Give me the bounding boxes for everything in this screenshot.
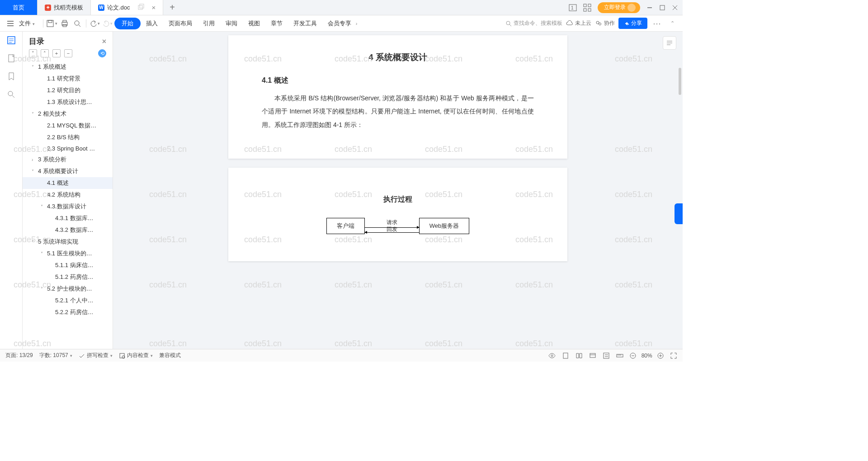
outline-node[interactable]: 1.2 研究目的 [23,85,113,96]
remove-heading-icon[interactable]: − [64,49,72,57]
preview-icon[interactable] [71,18,83,29]
tab-templates[interactable]: ✦ 找稻壳模板 [38,0,91,15]
collab-button[interactable]: 协作 [595,19,615,27]
ruler-icon[interactable] [616,352,623,359]
avatar-icon [627,4,636,12]
svg-rect-18 [63,20,66,22]
compat-mode[interactable]: 兼容模式 [159,352,181,359]
expand-all-icon[interactable]: ˄ [41,49,49,57]
arrow-right-icon [365,227,419,228]
layout-icon[interactable]: 1 [569,4,577,12]
sync-icon[interactable]: ⟲ [98,49,106,57]
outline-node[interactable]: 2.3 Spring Boot … [23,143,113,154]
outline-node[interactable]: ˅4 系统概要设计 [23,165,113,177]
save-icon[interactable]: ▾ [46,18,58,29]
outline-node[interactable]: ˅4.3.数据库设计 [23,201,113,212]
outline-node[interactable]: ›3 系统分析 [23,154,113,165]
search-rail-icon[interactable] [6,89,16,99]
add-heading-icon[interactable]: + [52,49,61,57]
spellcheck-button[interactable]: 拼写检查 ▾ [79,352,113,359]
menu-引用[interactable]: 引用 [198,18,220,29]
outline-node[interactable]: 5.2.2 药房信… [23,306,113,318]
outline-tools: ˅ ˄ + − ⟲ [23,49,113,61]
svg-rect-4 [584,4,586,7]
undo-icon[interactable]: ▾ [89,18,101,29]
sidepanel-toggle[interactable] [663,36,676,50]
outline-node[interactable]: ˅5 系统详细实现 [23,236,113,248]
file-menu[interactable]: 文件 ▾ [17,18,40,29]
svg-rect-0 [138,5,142,9]
bookmark-rail-icon[interactable] [6,71,16,81]
outline-rail-icon[interactable] [6,35,16,45]
menu-插入[interactable]: 插入 [141,18,163,29]
outline-node[interactable]: ˅2 相关技术 [23,108,113,120]
cloud-status[interactable]: 未上云 [566,19,591,27]
menu-页面布局[interactable]: 页面布局 [163,18,198,29]
view-outline-icon[interactable] [603,352,610,359]
view-read-icon[interactable] [576,352,583,359]
redo-icon[interactable]: ▾ [102,18,113,29]
document-canvas[interactable]: 4 系统概要设计 4.1 概述 本系统采用 B/S 结构(Browser/Ser… [113,32,683,349]
document-tabs: 首页 ✦ 找稻壳模板 W 论文.doc × + 1 立即登录 [0,0,683,15]
outline-node[interactable]: 1.1 研究背景 [23,73,113,85]
content-check-button[interactable]: 内容检查 ▾ [119,352,153,359]
page-rail-icon[interactable] [6,53,16,63]
fullscreen-icon[interactable] [670,352,677,359]
svg-rect-5 [588,4,591,7]
window-close-icon[interactable] [672,5,678,11]
duplicate-icon[interactable] [137,4,146,12]
close-outline-icon[interactable]: × [102,38,106,46]
tab-document[interactable]: W 论文.doc × [91,0,163,15]
menu-章节[interactable]: 章节 [265,18,288,29]
menu-开始[interactable]: 开始 [114,18,141,29]
login-button[interactable]: 立即登录 [598,2,640,13]
outline-node[interactable]: 5.2.1 个人中… [23,295,113,306]
outline-node[interactable]: ˅5.2 护士模块的… [23,283,113,295]
outline-node[interactable]: ˅1 系统概述 [23,61,113,73]
vertical-scrollbar[interactable] [678,32,682,349]
eye-icon[interactable] [548,352,556,359]
command-search[interactable]: 查找命令、搜索模板 [505,19,562,27]
menu-审阅[interactable]: 审阅 [220,18,243,29]
outline-tree[interactable]: ˅1 系统概述1.1 研究背景1.2 研究目的1.3 系统设计思…˅2 相关技术… [23,61,113,349]
menu-会员专享[interactable]: 会员专享 [322,18,357,29]
close-icon[interactable]: × [152,4,156,11]
view-web-icon[interactable] [589,352,596,359]
apps-icon[interactable] [583,4,591,12]
outline-node[interactable]: 4.2 系统结构 [23,189,113,201]
page-indicator[interactable]: 页面: 13/29 [5,352,33,359]
hamburger-icon[interactable] [5,18,16,29]
arrow-left-icon [365,232,419,233]
more-icon[interactable]: ⋯ [651,18,663,29]
tab-home[interactable]: 首页 [0,0,38,15]
zoom-control[interactable]: 80% [630,353,664,359]
outline-node[interactable]: 1.3 系统设计思… [23,96,113,108]
outline-node[interactable]: 4.1 概述 [23,177,113,189]
new-tab-button[interactable]: + [163,0,181,15]
outline-node[interactable]: 2.1 MYSQL 数据… [23,120,113,132]
svg-line-32 [12,95,14,98]
status-bar: 页面: 13/29 字数: 10757 ▾ 拼写检查 ▾ 内容检查 ▾ 兼容模式… [0,349,683,362]
menu-开发工具[interactable]: 开发工具 [288,18,322,29]
outline-node[interactable]: ˅5.1 医生模块的… [23,248,113,259]
minimize-icon[interactable] [646,5,653,11]
svg-rect-42 [604,353,609,358]
outline-title: 目录 [29,36,44,47]
svg-rect-45 [617,354,623,357]
outline-node[interactable]: 5.1.2 药房信… [23,271,113,283]
collapse-all-icon[interactable]: ˅ [29,49,37,57]
feedback-tab[interactable] [675,203,683,224]
svg-point-24 [596,21,599,24]
outline-node[interactable]: 2.2 B/S 结构 [23,132,113,143]
outline-node[interactable]: 4.3.1 数据库… [23,212,113,224]
share-button[interactable]: 分享 [618,18,647,29]
view-single-icon[interactable] [562,352,569,359]
maximize-icon[interactable] [659,5,665,11]
collapse-ribbon-icon[interactable]: ⌃ [666,18,678,29]
outline-node[interactable]: 5.1.1 病床信… [23,259,113,271]
outline-node[interactable]: 4.3.2 数据库… [23,224,113,236]
word-count[interactable]: 字数: 10757 ▾ [39,352,72,359]
menu-视图[interactable]: 视图 [243,18,265,29]
print-icon[interactable] [59,18,71,29]
page-13: 4 系统概要设计 4.1 概述 本系统采用 B/S 结构(Browser/Ser… [228,35,567,159]
